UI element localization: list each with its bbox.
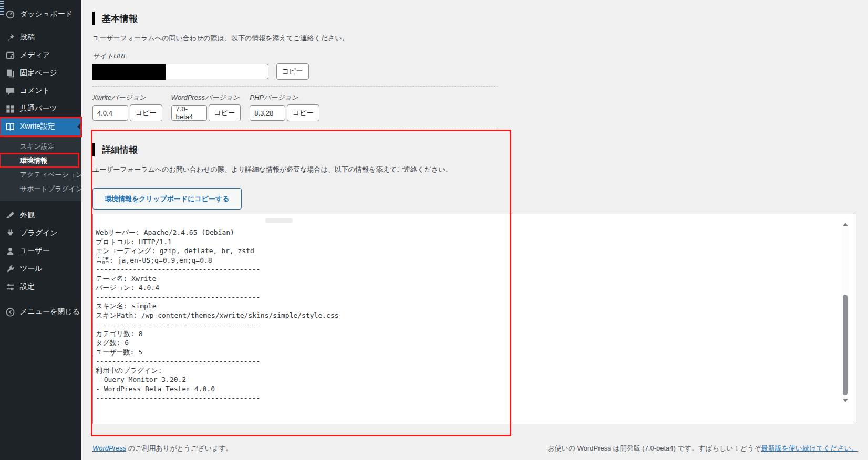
site-url-label: サイトURL bbox=[92, 51, 860, 61]
basic-info-section: 基本情報 ユーザーフォーラムへの問い合わせの際は、以下の情報を添えてご連絡くださ… bbox=[92, 12, 860, 128]
heading-accent-bar bbox=[92, 12, 95, 25]
sidebar-item-users[interactable]: ユーザー bbox=[0, 242, 81, 260]
basic-info-heading: 基本情報 bbox=[92, 12, 860, 25]
wordpress-version-copy-button[interactable]: コピー bbox=[209, 104, 241, 121]
comment-icon bbox=[5, 86, 15, 96]
sidebar-subitem-environment-info[interactable]: 環境情報 bbox=[0, 153, 81, 168]
basic-info-description: ユーザーフォーラムへの問い合わせの際は、以下の情報を添えてご連絡ください。 bbox=[92, 34, 860, 43]
sidebar-item-label: 投稿 bbox=[20, 33, 35, 42]
sidebar-subitem-support-plugins[interactable]: サポートプラグイン bbox=[0, 182, 81, 196]
php-version-label: PHPバージョン bbox=[250, 93, 319, 102]
admin-sidebar: ダッシュボード 投稿 メディア 固定ページ bbox=[0, 0, 81, 460]
php-version-group: PHPバージョン 8.3.28 コピー bbox=[250, 93, 319, 121]
wordpress-version-group: WordPressバージョン 7.0-beta4 コピー bbox=[171, 93, 241, 121]
footer-version-text: お使いの WordPress は開発版 (7.0-beta4) です。すばらしい… bbox=[547, 444, 761, 452]
sidebar-item-label: 固定ページ bbox=[20, 68, 57, 78]
sidebar-item-label: コメント bbox=[20, 86, 50, 96]
main-content: 基本情報 ユーザーフォーラムへの問い合わせの際は、以下の情報を添えてご連絡くださ… bbox=[81, 0, 868, 460]
sidebar-item-label: ダッシュボード bbox=[20, 9, 73, 19]
sidebar-item-xwrite-settings[interactable]: Xwrite設定 bbox=[0, 118, 81, 135]
xwrite-version-value: 4.0.4 bbox=[97, 109, 112, 117]
sidebar-item-comments[interactable]: コメント bbox=[0, 82, 81, 100]
sidebar-item-label: ユーザー bbox=[20, 246, 50, 256]
media-icon bbox=[5, 50, 15, 60]
blocks-icon bbox=[5, 103, 15, 114]
basic-info-title: 基本情報 bbox=[102, 13, 138, 25]
detail-info-title: 詳細情報 bbox=[102, 144, 138, 156]
dashed-separator bbox=[92, 86, 498, 87]
user-icon bbox=[5, 246, 15, 256]
sidebar-item-label: メディア bbox=[20, 50, 50, 60]
scroll-up-icon[interactable] bbox=[843, 223, 848, 226]
xwrite-version-input[interactable]: 4.0.4 bbox=[92, 105, 128, 121]
pages-icon bbox=[5, 68, 15, 78]
sidebar-item-plugins[interactable]: プラグイン bbox=[0, 224, 81, 242]
site-url-copy-button[interactable]: コピー bbox=[276, 63, 309, 80]
env-scrollbar[interactable] bbox=[842, 222, 849, 403]
sidebar-item-settings[interactable]: 設定 bbox=[0, 278, 81, 296]
detail-info-section: 詳細情報 ユーザーフォーラムへのお問い合わせの際、より詳細な情報が必要な場合は、… bbox=[92, 137, 860, 424]
pin-icon bbox=[5, 32, 15, 43]
sidebar-item-tools[interactable]: ツール bbox=[0, 260, 81, 278]
sidebar-item-posts[interactable]: 投稿 bbox=[0, 28, 81, 46]
collapse-icon bbox=[5, 307, 15, 317]
scroll-down-icon[interactable] bbox=[843, 399, 848, 402]
dashboard-icon bbox=[5, 9, 15, 19]
sidebar-item-dashboard[interactable]: ダッシュボード bbox=[0, 5, 81, 23]
sidebar-subitem-skin-settings[interactable]: スキン設定 bbox=[0, 139, 81, 153]
menu-separator bbox=[0, 201, 81, 206]
environment-info-textarea[interactable]: Webサーバー: Apache/2.4.65 (Debian) プロトコル: H… bbox=[92, 214, 856, 424]
wordpress-link[interactable]: WordPress bbox=[92, 444, 126, 452]
menu-separator bbox=[0, 23, 81, 28]
copy-env-to-clipboard-button[interactable]: 環境情報をクリップボードにコピーする bbox=[92, 188, 242, 210]
brush-icon bbox=[5, 210, 15, 221]
wordpress-version-value: 7.0-beta4 bbox=[176, 105, 202, 121]
env-scrollbar-thumb[interactable] bbox=[843, 295, 848, 395]
settings-icon bbox=[5, 281, 15, 292]
sidebar-item-common-parts[interactable]: 共通パーツ bbox=[0, 100, 81, 118]
sidebar-subitem-activation[interactable]: アクティベーション bbox=[0, 168, 81, 182]
sidebar-item-label: メニューを閉じる bbox=[20, 307, 80, 317]
footer-thanks-text: のご利用ありがとうございます。 bbox=[126, 444, 232, 452]
latest-version-link[interactable]: 最新版を使い続けてください。 bbox=[761, 444, 858, 452]
sidebar-item-label: ツール bbox=[20, 264, 43, 274]
plug-icon bbox=[5, 228, 15, 238]
site-url-input[interactable] bbox=[92, 64, 268, 79]
dashed-separator bbox=[92, 128, 498, 128]
wrench-icon bbox=[5, 264, 15, 274]
footer-thanks: WordPress のご利用ありがとうございます。 bbox=[92, 444, 233, 453]
sidebar-item-appearance[interactable]: 外観 bbox=[0, 206, 81, 224]
wordpress-version-label: WordPressバージョン bbox=[171, 93, 241, 102]
redaction-smudge bbox=[265, 218, 293, 223]
sidebar-item-label: 設定 bbox=[20, 282, 35, 291]
detail-info-heading: 詳細情報 bbox=[92, 143, 860, 156]
environment-info-text: Webサーバー: Apache/2.4.65 (Debian) プロトコル: H… bbox=[93, 214, 856, 408]
sidebar-item-media[interactable]: メディア bbox=[0, 46, 81, 64]
xwrite-version-group: Xwriteバージョン 4.0.4 コピー bbox=[92, 93, 162, 121]
redaction-overlay bbox=[92, 64, 166, 80]
php-version-copy-button[interactable]: コピー bbox=[287, 104, 319, 121]
admin-footer: WordPress のご利用ありがとうございます。 お使いの WordPress… bbox=[92, 444, 858, 453]
php-version-value: 8.3.28 bbox=[254, 109, 273, 117]
wordpress-version-input[interactable]: 7.0-beta4 bbox=[171, 105, 207, 121]
sidebar-item-label: Xwrite設定 bbox=[20, 122, 55, 131]
book-icon bbox=[5, 121, 15, 132]
sidebar-item-label: プラグイン bbox=[20, 228, 58, 238]
heading-accent-bar bbox=[92, 143, 95, 156]
sidebar-item-label: 共通パーツ bbox=[20, 104, 57, 113]
xwrite-version-copy-button[interactable]: コピー bbox=[130, 104, 162, 121]
detail-info-description: ユーザーフォーラムへのお問い合わせの際、より詳細な情報が必要な場合は、以下の情報… bbox=[92, 165, 860, 174]
wordpress-admin-screen: ダッシュボード 投稿 メディア 固定ページ bbox=[0, 0, 868, 460]
php-version-input[interactable]: 8.3.28 bbox=[250, 105, 285, 121]
sidebar-item-pages[interactable]: 固定ページ bbox=[0, 64, 81, 82]
sidebar-item-label: 外観 bbox=[20, 211, 35, 220]
sidebar-item-collapse-menu[interactable]: メニューを閉じる bbox=[0, 303, 81, 321]
admin-menu: ダッシュボード 投稿 メディア 固定ページ bbox=[0, 0, 81, 321]
footer-version-info: お使いの WordPress は開発版 (7.0-beta4) です。すばらしい… bbox=[547, 444, 858, 453]
xwrite-submenu: スキン設定 環境情報 アクティベーション サポートプラグイン bbox=[0, 135, 81, 201]
xwrite-version-label: Xwriteバージョン bbox=[92, 93, 162, 102]
